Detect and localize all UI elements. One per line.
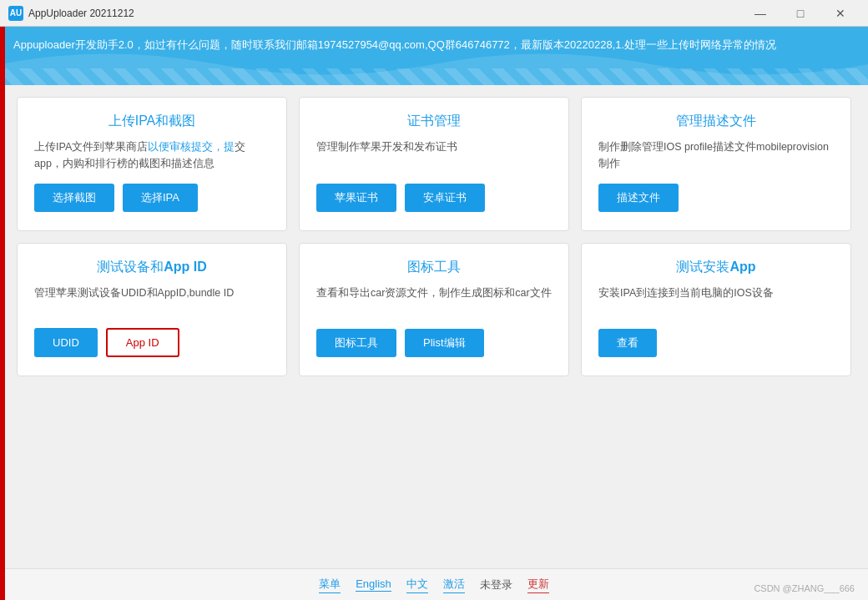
app-title: AppUploader 20211212 (28, 8, 741, 19)
test-device-desc: 管理苹果测试设备UDID和AppID,bundle ID (34, 285, 270, 316)
cert-management-card: 证书管理 管理制作苹果开发和发布证书 苹果证书 安卓证书 (299, 97, 569, 231)
footer: 菜单 English 中文 激活 未登录 更新 CSDN @ZHANG___66… (0, 568, 868, 600)
watermark-text: CSDN @ZHANG___666 (754, 583, 855, 593)
test-install-card: 测试安装App 安装IPA到连接到当前电脑的IOS设备 查看 (581, 243, 851, 376)
test-install-buttons: 查看 (598, 329, 834, 357)
udid-button[interactable]: UDID (34, 328, 98, 357)
apple-cert-button[interactable]: 苹果证书 (316, 184, 396, 212)
upload-ipa-title: 上传IPA和截图 (34, 113, 270, 130)
icon-tools-card: 图标工具 查看和导出car资源文件，制作生成图标和car文件 图标工具 Plis… (299, 243, 569, 376)
minimize-button[interactable]: — (741, 1, 780, 26)
test-device-buttons: UDID App ID (34, 328, 270, 357)
banner-text: Appuploader开发助手2.0，如过有什么问题，随时联系我们邮箱19745… (13, 37, 855, 54)
select-screenshot-button[interactable]: 选择截图 (34, 184, 114, 212)
icon-tools-buttons: 图标工具 Plist编辑 (316, 329, 552, 357)
window-controls: — □ ✕ (741, 1, 860, 26)
cert-management-buttons: 苹果证书 安卓证书 (316, 184, 552, 212)
activate-link[interactable]: 激活 (443, 577, 465, 593)
icon-tools-title: 图标工具 (316, 259, 552, 276)
test-install-title: 测试安装App (598, 259, 834, 276)
update-link[interactable]: 更新 (527, 577, 549, 593)
profile-management-title: 管理描述文件 (598, 113, 834, 130)
plist-editor-button[interactable]: Plist编辑 (405, 329, 484, 357)
android-cert-button[interactable]: 安卓证书 (405, 184, 485, 212)
not-logged-in-text: 未登录 (480, 577, 512, 592)
test-install-desc: 安装IPA到连接到当前电脑的IOS设备 (598, 285, 834, 317)
cert-management-desc: 管理制作苹果开发和发布证书 (316, 139, 552, 172)
profile-management-desc: 制作删除管理IOS profile描述文件mobileprovision制作 (598, 139, 834, 172)
select-ipa-button[interactable]: 选择IPA (123, 184, 198, 212)
test-device-card: 测试设备和App ID 管理苹果测试设备UDID和AppID,bundle ID… (17, 243, 287, 376)
profile-management-card: 管理描述文件 制作删除管理IOS profile描述文件mobileprovis… (581, 97, 851, 231)
icon-tools-desc: 查看和导出car资源文件，制作生成图标和car文件 (316, 285, 552, 317)
feature-cards-grid: 上传IPA和截图 上传IPA文件到苹果商店以便审核提交，提交app，内购和排行榜… (0, 85, 868, 388)
upload-ipa-card: 上传IPA和截图 上传IPA文件到苹果商店以便审核提交，提交app，内购和排行榜… (17, 97, 287, 231)
app-logo: AU (8, 6, 23, 21)
close-button[interactable]: ✕ (821, 1, 860, 26)
upload-ipa-desc: 上传IPA文件到苹果商店以便审核提交，提交app，内购和排行榜的截图和描述信息 (34, 139, 270, 172)
test-device-title: 测试设备和App ID (34, 259, 270, 276)
cert-management-title: 证书管理 (316, 113, 552, 130)
maximize-button[interactable]: □ (781, 1, 820, 26)
menu-link[interactable]: 菜单 (319, 577, 341, 593)
appid-button[interactable]: App ID (106, 328, 179, 357)
profile-file-button[interactable]: 描述文件 (598, 184, 679, 212)
upload-ipa-buttons: 选择截图 选择IPA (34, 184, 270, 212)
chinese-link[interactable]: 中文 (406, 577, 428, 593)
left-accent-bar (0, 27, 5, 600)
english-link[interactable]: English (356, 577, 391, 592)
announcement-banner: Appuploader开发助手2.0，如过有什么问题，随时联系我们邮箱19745… (0, 27, 868, 85)
profile-management-buttons: 描述文件 (598, 184, 834, 212)
icon-tool-button[interactable]: 图标工具 (316, 329, 396, 357)
title-bar: AU AppUploader 20211212 — □ ✕ (0, 0, 868, 27)
view-button[interactable]: 查看 (598, 329, 657, 357)
